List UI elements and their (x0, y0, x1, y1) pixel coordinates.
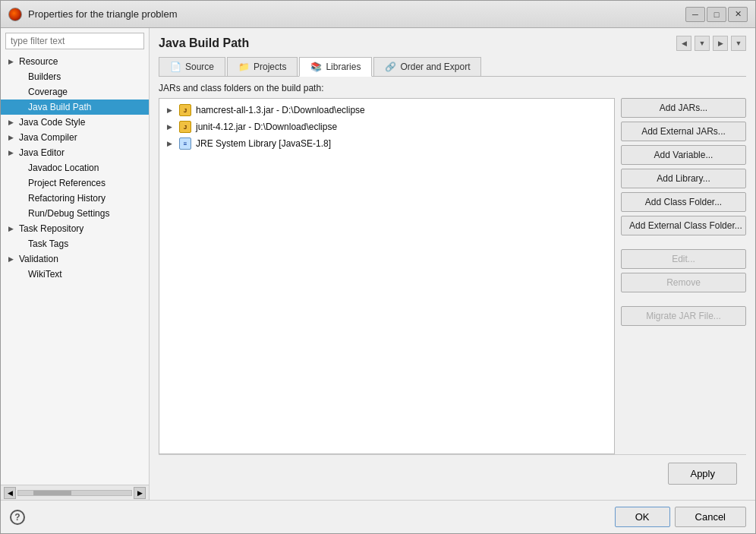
nav-back-dropdown-btn[interactable]: ▼ (695, 36, 710, 51)
nav-back-btn[interactable]: ◀ (676, 36, 691, 51)
dialog-title: Properties for the triangle problem (28, 8, 178, 20)
tab-source[interactable]: 📄 Source (159, 57, 225, 76)
tab-source-label: Source (185, 62, 214, 72)
expand-arrow: ▶ (8, 149, 16, 156)
titlebar-left: Properties for the triangle problem (8, 8, 178, 21)
add-external-jars-button[interactable]: Add External JARs... (621, 122, 746, 141)
app-icon (8, 8, 22, 21)
tab-projects[interactable]: 📁 Projects (227, 57, 298, 76)
libraries-list[interactable]: ▶ J hamcrest-all-1.3.jar - D:\Download\e… (159, 98, 615, 454)
sidebar-item-task-repository[interactable]: ▶ Task Repository (1, 221, 149, 236)
tab-description: JARs and class folders on the build path… (159, 83, 746, 93)
sidebar-item-run-debug[interactable]: Run/Debug Settings (1, 206, 149, 221)
sidebar-item-task-tags[interactable]: Task Tags (1, 236, 149, 251)
sidebar-item-label: Java Build Path (28, 102, 91, 112)
jar-icon: J (179, 104, 191, 116)
sidebar-item-project-references[interactable]: Project References (1, 175, 149, 191)
ok-button[interactable]: OK (615, 507, 670, 527)
scroll-track[interactable] (17, 490, 132, 496)
tab-content-row: ▶ J hamcrest-all-1.3.jar - D:\Download\e… (159, 98, 746, 454)
tab-libraries-label: Libraries (326, 62, 361, 72)
btn-spacer-1 (621, 239, 746, 245)
buttons-column: Add JARs... Add External JARs... Add Var… (621, 98, 746, 454)
lib-item-junit[interactable]: ▶ J junit-4.12.jar - D:\Download\eclipse (159, 118, 614, 135)
tab-projects-label: Projects (254, 62, 286, 72)
add-variable-button[interactable]: Add Variable... (621, 145, 746, 165)
expand-arrow: ▶ (8, 58, 16, 65)
sidebar-item-label: Java Editor (19, 147, 65, 158)
edit-button[interactable]: Edit... (621, 249, 746, 269)
dialog-window: Properties for the triangle problem ─ □ … (0, 0, 756, 534)
add-class-folder-button[interactable]: Add Class Folder... (621, 192, 746, 212)
sidebar-item-label: Project References (28, 178, 106, 188)
sidebar-item-label: WikiText (28, 269, 62, 280)
expand-arrow: ▶ (8, 225, 16, 232)
migrate-jar-button[interactable]: Migrate JAR File... (621, 306, 746, 326)
lib-item-label: junit-4.12.jar - D:\Download\eclipse (196, 122, 337, 132)
sidebar-item-refactoring[interactable]: Refactoring History (1, 191, 149, 206)
scroll-left-btn[interactable]: ◀ (4, 487, 16, 499)
apply-button[interactable]: Apply (668, 463, 737, 485)
lib-item-jre[interactable]: ▶ ≡ JRE System Library [JavaSE-1.8] (159, 135, 614, 152)
add-jars-button[interactable]: Add JARs... (621, 98, 746, 118)
tab-order-export[interactable]: 🔗 Order and Export (373, 57, 481, 76)
sidebar-tree: ▶ Resource Builders Coverage Java Build … (1, 54, 149, 485)
sidebar-item-label: Refactoring History (28, 193, 106, 204)
maximize-button[interactable]: □ (707, 7, 726, 22)
help-button[interactable]: ? (10, 510, 25, 525)
sidebar-scrollbar: ◀ ▶ (1, 485, 149, 500)
sidebar-item-java-editor[interactable]: ▶ Java Editor (1, 145, 149, 160)
add-external-class-folder-button[interactable]: Add External Class Folder... (621, 216, 746, 235)
btn-spacer-2 (621, 296, 746, 302)
titlebar: Properties for the triangle problem ─ □ … (1, 1, 755, 28)
add-library-button[interactable]: Add Library... (621, 169, 746, 188)
close-button[interactable]: ✕ (728, 7, 748, 22)
lib-item-label: JRE System Library [JavaSE-1.8] (196, 138, 331, 149)
tab-order-export-label: Order and Export (400, 62, 470, 72)
expand-arrow: ▶ (8, 255, 16, 263)
footer-buttons: OK Cancel (615, 507, 746, 527)
sidebar-item-validation[interactable]: ▶ Validation (1, 251, 149, 267)
lib-expand-arrow: ▶ (167, 123, 175, 131)
sidebar: ▶ Resource Builders Coverage Java Build … (1, 28, 150, 500)
minimize-button[interactable]: ─ (685, 7, 705, 22)
scroll-thumb (33, 491, 71, 495)
sidebar-item-wikitext[interactable]: WikiText (1, 267, 149, 282)
source-tab-icon: 📄 (170, 62, 181, 72)
content-area: ▶ Resource Builders Coverage Java Build … (1, 28, 755, 500)
sidebar-item-java-code-style[interactable]: ▶ Java Code Style (1, 115, 149, 130)
sidebar-item-label: Task Tags (28, 239, 68, 249)
panel-title: Java Build Path (159, 36, 249, 50)
panel-nav: ◀ ▼ ▶ ▼ (676, 36, 746, 51)
scroll-right-btn[interactable]: ▶ (134, 487, 146, 499)
sidebar-item-javadoc[interactable]: Javadoc Location (1, 160, 149, 175)
sidebar-item-coverage[interactable]: Coverage (1, 84, 149, 100)
filter-input[interactable] (5, 33, 144, 49)
nav-forward-dropdown-btn[interactable]: ▼ (731, 36, 746, 51)
expand-arrow: ▶ (8, 118, 16, 126)
apply-bar: Apply (159, 454, 746, 492)
sidebar-item-java-build-path[interactable]: Java Build Path (1, 100, 149, 115)
projects-tab-icon: 📁 (238, 62, 250, 72)
sidebar-item-label: Coverage (28, 87, 68, 97)
panel-header: Java Build Path ◀ ▼ ▶ ▼ (159, 36, 746, 51)
main-panel: Java Build Path ◀ ▼ ▶ ▼ 📄 Source 📁 Proje… (150, 28, 755, 500)
titlebar-controls: ─ □ ✕ (685, 7, 748, 22)
sidebar-item-builders[interactable]: Builders (1, 69, 149, 84)
sidebar-item-label: Run/Debug Settings (28, 208, 109, 219)
sidebar-item-label: Resource (19, 56, 58, 67)
sidebar-item-label: Validation (19, 254, 58, 264)
jre-icon: ≡ (179, 137, 191, 150)
sidebar-item-resource[interactable]: ▶ Resource (1, 54, 149, 69)
expand-arrow: ▶ (8, 134, 16, 141)
order-export-tab-icon: 🔗 (385, 62, 396, 72)
sidebar-item-java-compiler[interactable]: ▶ Java Compiler (1, 130, 149, 145)
sidebar-item-label: Javadoc Location (28, 163, 99, 173)
lib-item-label: hamcrest-all-1.3.jar - D:\Download\eclip… (196, 105, 365, 115)
tab-body: JARs and class folders on the build path… (159, 83, 746, 454)
nav-forward-btn[interactable]: ▶ (713, 36, 728, 51)
lib-item-hamcrest[interactable]: ▶ J hamcrest-all-1.3.jar - D:\Download\e… (159, 102, 614, 118)
remove-button[interactable]: Remove (621, 273, 746, 292)
tab-libraries[interactable]: 📚 Libraries (299, 57, 372, 77)
cancel-button[interactable]: Cancel (675, 507, 746, 527)
